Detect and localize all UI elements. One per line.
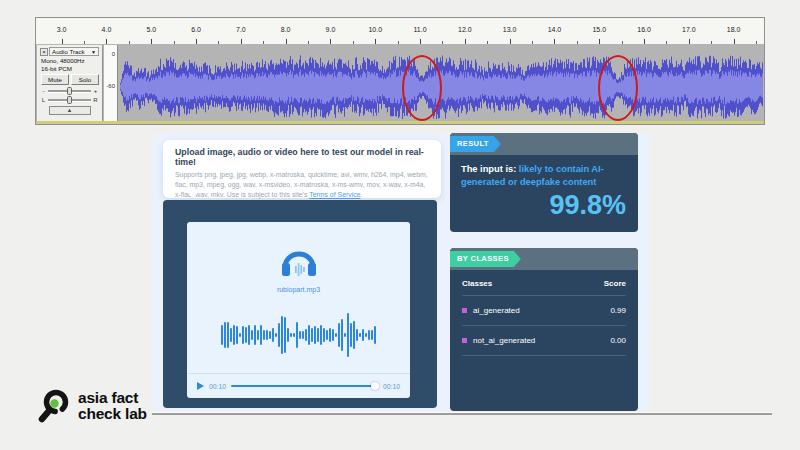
logo-text: asia fact check lab <box>78 390 147 422</box>
ruler-tick-label: 3.0 <box>57 26 67 33</box>
timeline-ruler[interactable]: 3.04.05.06.07.08.09.010.011.012.013.014.… <box>36 18 764 45</box>
pan-slider-thumb[interactable] <box>67 96 72 104</box>
db-label-60: -60 <box>106 83 115 89</box>
player-waveform-bar <box>335 333 337 337</box>
logo-line1: asia fact <box>78 390 147 406</box>
mute-button[interactable]: Mute <box>41 74 69 85</box>
player-waveform-bar <box>317 328 319 342</box>
pan-left-label: L <box>41 97 46 103</box>
player-waveform-bar <box>311 328 313 343</box>
player-controls: 00:10 00:10 <box>187 373 410 398</box>
track-title-dropdown[interactable]: Audio Track ▼ <box>49 47 99 56</box>
pan-slider[interactable] <box>48 99 91 102</box>
player-waveform-bar <box>254 325 256 346</box>
player-waveform-bar <box>347 313 349 358</box>
class-bullet-icon <box>462 338 467 343</box>
player-waveform-bar <box>278 323 280 348</box>
result-card: RESULT The input is: likely to contain A… <box>450 133 638 232</box>
player-waveform-bar <box>290 333 292 337</box>
player-waveform-bar <box>266 330 268 340</box>
chevron-down-icon: ▼ <box>91 49 96 55</box>
elapsed-time: 00:10 <box>209 383 226 390</box>
ruler-tick-label: 5.0 <box>146 26 156 33</box>
track-border-strip <box>36 121 764 124</box>
player-waveform-bar <box>248 325 250 346</box>
player-waveform-bar <box>350 323 352 347</box>
gain-max-label: + <box>93 88 98 94</box>
player-waveform-bar <box>224 322 226 347</box>
player-waveform-bar <box>257 330 259 339</box>
player-waveform-bar <box>230 328 232 342</box>
player-waveform-bar <box>263 330 265 340</box>
ruler-tick-label: 11.0 <box>413 26 426 33</box>
upload-dropzone[interactable]: Upload image, audio or video here to tes… <box>163 140 441 198</box>
player-waveform-bar <box>233 325 235 346</box>
track-control-panel: × Audio Track ▼ Mono, 48000Hz 16-bit PCM… <box>37 45 103 121</box>
player-waveform-bar <box>320 325 322 345</box>
vertical-db-ruler: 0 -60 <box>104 45 118 121</box>
player-waveform-bar <box>371 330 373 341</box>
player-waveform-bar <box>356 329 358 342</box>
upload-title: Upload image, audio or video here to tes… <box>175 147 429 167</box>
classes-ribbon: BY CLASSES <box>450 251 521 267</box>
ruler-tick-label: 16.0 <box>637 26 651 33</box>
gain-slider[interactable] <box>48 90 91 93</box>
player-waveform-bar <box>323 328 325 342</box>
page-divider <box>152 412 772 415</box>
terms-of-service-link[interactable]: Terms of Service <box>309 191 360 198</box>
gain-slider-thumb[interactable] <box>67 87 72 95</box>
audacity-capture: 3.04.05.06.07.08.09.010.011.012.013.014.… <box>35 17 765 125</box>
classes-column-header: Classes <box>462 279 492 288</box>
class-bullet-icon <box>462 308 467 313</box>
class-score: 0.00 <box>610 336 626 345</box>
player-waveform-bar <box>332 329 334 340</box>
ruler-tick-label: 13.0 <box>503 26 517 33</box>
play-button[interactable] <box>197 382 204 390</box>
db-label-0: 0 <box>112 51 115 57</box>
player-waveform-bar <box>269 331 271 339</box>
player-waveform-bar <box>305 329 307 342</box>
class-row: not_ai_generated0.00 <box>462 326 626 356</box>
progress-knob[interactable] <box>371 382 379 390</box>
ruler-tick-label: 18.0 <box>727 26 741 33</box>
gain-min-label: - <box>41 88 46 94</box>
track-format-line2: 16-bit PCM <box>41 65 99 72</box>
player-waveform-bar <box>260 325 262 345</box>
ruler-tick-label: 9.0 <box>326 26 336 33</box>
player-waveform-bar <box>284 317 286 353</box>
result-score: 99.8% <box>450 189 638 221</box>
result-text: The input is: likely to contain AI-gener… <box>450 155 638 189</box>
asia-fact-check-lab-logo: asia fact check lab <box>36 387 147 425</box>
green-dot <box>50 399 58 407</box>
player-waveform-bar <box>227 322 229 347</box>
classes-card: BY CLASSES Classes Score ai_generated0.9… <box>450 248 638 411</box>
close-track-button[interactable]: × <box>40 48 48 56</box>
progress-bar[interactable] <box>231 382 378 390</box>
classes-card-header: BY CLASSES <box>450 248 638 270</box>
pan-right-label: R <box>93 97 98 103</box>
screenshot-stage: 3.04.05.06.07.08.09.010.011.012.013.014.… <box>0 0 800 450</box>
track-format-line1: Mono, 48000Hz <box>41 57 99 64</box>
player-waveform-bar <box>221 325 223 344</box>
player-waveform-bar <box>281 316 283 354</box>
player-waveform-bar <box>341 319 343 351</box>
ruler-tick-label: 10.0 <box>368 26 382 33</box>
player-waveform-bar <box>362 329 364 341</box>
player-waveform <box>187 307 410 363</box>
headphones-icon <box>278 246 320 280</box>
score-column-header: Score <box>604 279 626 288</box>
logo-line2: check lab <box>78 406 147 422</box>
total-time: 00:10 <box>383 383 400 390</box>
player-waveform-bar <box>299 331 301 340</box>
player-waveform-bar <box>338 323 340 347</box>
solo-button[interactable]: Solo <box>71 74 99 85</box>
ruler-tick-label: 4.0 <box>102 26 112 33</box>
upload-body-text: Supports png, jpeg, jpg, webp, x-matrosk… <box>175 171 428 198</box>
collapse-track-button[interactable]: ▲ <box>49 106 91 115</box>
player-waveform-bar <box>353 321 355 348</box>
magnifier-icon <box>36 387 71 425</box>
ruler-tick-label: 14.0 <box>548 26 562 33</box>
player-waveform-bar <box>245 327 247 343</box>
classes-table: Classes Score ai_generated0.99not_ai_gen… <box>450 270 638 356</box>
player-waveform-bar <box>329 328 331 341</box>
